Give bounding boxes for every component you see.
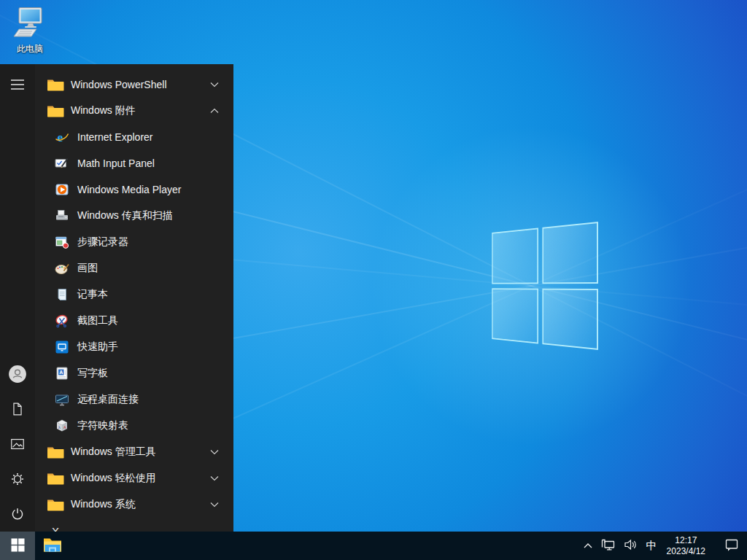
svg-text:A: A (63, 425, 66, 429)
start-menu-item-windows-admin-tools[interactable]: Windows 管理工具 (35, 439, 233, 465)
chevron-up-icon (583, 540, 593, 551)
start-menu-item-label: Windows Media Player (77, 184, 181, 195)
start-menu-item-windows-ease-of-access[interactable]: Windows 轻松使用 (35, 465, 233, 491)
ethernet-icon (600, 538, 616, 553)
start-rail-pictures-button[interactable] (0, 427, 35, 462)
start-menu-item-label: Windows PowerShell (71, 79, 167, 90)
start-menu-item-label: 字符映射表 (77, 419, 128, 432)
start-menu-item-label: Windows 系统 (71, 498, 136, 511)
start-menu-item-label: Math Input Panel (77, 158, 155, 169)
chevron-down-icon (210, 475, 219, 481)
chevron-down-icon (210, 82, 219, 88)
clock-time: 12:17 (675, 535, 697, 546)
folder-icon (47, 104, 64, 118)
start-menu-item-windows-fax-and-scan[interactable]: Windows 传真和扫描 (35, 203, 233, 229)
hidden-icons-button[interactable] (579, 532, 597, 560)
windows-logo-pane (542, 222, 598, 284)
taskbar-clock[interactable]: 12:17 2023/4/12 (662, 532, 711, 560)
notepad-icon (53, 287, 71, 302)
start-rail-user-button[interactable] (0, 357, 35, 392)
ime-indicator[interactable]: 中 (642, 532, 662, 560)
start-menu-item-notepad[interactable]: 记事本 (35, 281, 233, 308)
svg-text:e: e (58, 131, 63, 144)
charmap-icon: λA (53, 419, 71, 433)
speaker-icon (624, 539, 638, 553)
start-menu-item-internet-explorer[interactable]: eInternet Explorer (35, 124, 233, 150)
windows-logo-pane (492, 288, 538, 344)
start-menu-item-windows-system[interactable]: Windows 系统 (35, 491, 233, 518)
wmp-icon (53, 182, 71, 197)
taskbar: 中 12:17 2023/4/12 (0, 532, 747, 560)
start-menu-item-windows-powershell[interactable]: Windows PowerShell (35, 71, 233, 98)
fax-icon (53, 209, 71, 223)
power-icon (9, 506, 26, 522)
quick-assist-icon (53, 340, 71, 354)
start-button[interactable] (0, 532, 35, 560)
start-menu-item-quick-assist[interactable]: 快速助手 (35, 334, 233, 360)
document-icon (9, 401, 26, 417)
folder-icon (47, 446, 64, 459)
windows-logo-pane (492, 228, 538, 284)
start-rail-settings-button[interactable] (0, 462, 35, 497)
desktop-icon-this-pc[interactable]: 此电脑 (9, 6, 51, 55)
folder-icon (47, 498, 64, 512)
start-menu-item-label: Internet Explorer (77, 131, 153, 143)
action-center-icon (724, 538, 739, 554)
start-menu-item-remote-desktop-connection[interactable]: 远程桌面连接 (35, 386, 233, 413)
start-menu-item-label: 快速助手 (77, 341, 118, 354)
start-rail-power-button[interactable] (0, 497, 35, 532)
section-letter: X (47, 525, 64, 532)
start-menu-item-label: Windows 轻松使用 (71, 472, 156, 485)
volume-button[interactable] (620, 532, 642, 560)
folder-icon (47, 472, 64, 486)
windows-logo-pane (542, 288, 598, 350)
wallpaper-windows-logo (492, 222, 598, 350)
desktop-wallpaper: 此电脑 Windows PowerShellWindows 附件eInterne… (0, 0, 747, 560)
steps-recorder-icon (53, 235, 71, 249)
start-menu: Windows PowerShellWindows 附件eInternet Ex… (0, 64, 233, 532)
rdp-icon (53, 392, 71, 407)
svg-text:λ: λ (58, 425, 61, 429)
start-menu-item-section-x[interactable]: X (35, 518, 233, 532)
start-menu-item-math-input-panel[interactable]: Math Input Panel (35, 150, 233, 176)
start-menu-item-snipping-tool[interactable]: 截图工具 (35, 308, 233, 334)
start-menu-item-label: Windows 附件 (71, 104, 136, 117)
start-menu-item-character-map[interactable]: λA字符映射表 (35, 413, 233, 439)
action-center-button[interactable] (721, 532, 743, 560)
start-menu-item-label: Windows 传真和扫描 (77, 209, 173, 222)
start-menu-item-label: 写字板 (77, 367, 108, 380)
paint-icon (53, 261, 71, 276)
clock-date: 2023/4/12 (667, 546, 705, 557)
desktop-icon-label: 此电脑 (9, 43, 51, 55)
folder-icon (47, 78, 64, 92)
start-menu-item-label: 记事本 (77, 288, 108, 301)
this-pc-icon (12, 29, 47, 42)
start-menu-item-windows-accessories[interactable]: Windows 附件 (35, 98, 233, 124)
chevron-up-icon (210, 108, 219, 114)
chevron-down-icon (210, 502, 219, 508)
start-rail-documents-button[interactable] (0, 392, 35, 427)
start-menu-item-windows-media-player[interactable]: Windows Media Player (35, 176, 233, 203)
network-button[interactable] (597, 532, 620, 560)
start-menu-item-steps-recorder[interactable]: 步骤记录器 (35, 229, 233, 255)
user-icon (8, 365, 27, 384)
start-menu-item-paint[interactable]: 画图 (35, 255, 233, 281)
math-input-icon (53, 156, 71, 171)
start-rail-menu-button[interactable] (0, 67, 35, 102)
taskbar-app-file-explorer[interactable] (35, 532, 70, 560)
system-tray: 中 12:17 2023/4/12 (579, 532, 747, 560)
svg-text:A: A (59, 370, 63, 375)
start-menu-item-label: 远程桌面连接 (77, 393, 139, 406)
start-menu-item-label: Windows 管理工具 (71, 446, 156, 459)
windows-start-icon (11, 538, 25, 554)
snipping-tool-icon (53, 314, 71, 328)
wordpad-icon: A (53, 366, 71, 381)
ie-icon: e (53, 130, 71, 144)
hamburger-icon (10, 79, 25, 90)
chevron-down-icon (210, 449, 219, 455)
start-menu-item-label: 画图 (77, 262, 98, 275)
start-menu-item-wordpad[interactable]: A写字板 (35, 360, 233, 386)
pictures-icon (9, 436, 26, 452)
gear-icon (9, 471, 26, 487)
start-menu-app-list: Windows PowerShellWindows 附件eInternet Ex… (35, 71, 233, 532)
